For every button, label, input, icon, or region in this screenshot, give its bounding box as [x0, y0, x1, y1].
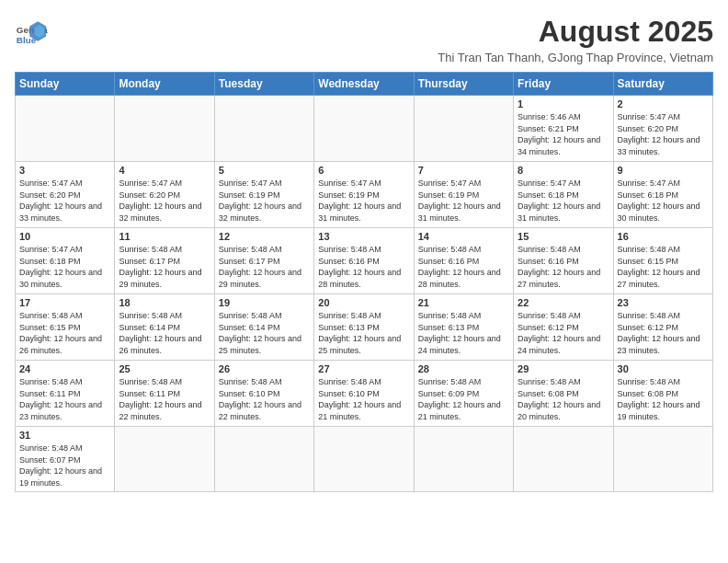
- calendar-week-row: 10Sunrise: 5:47 AMSunset: 6:18 PMDayligh…: [16, 228, 713, 294]
- day-number: 12: [219, 231, 310, 242]
- day-number: 19: [219, 297, 310, 308]
- day-number: 1: [518, 98, 609, 109]
- day-info: Sunrise: 5:48 AMSunset: 6:16 PMDaylight:…: [418, 244, 509, 290]
- calendar-day-cell: [314, 96, 414, 162]
- calendar-day-cell: 24Sunrise: 5:48 AMSunset: 6:11 PMDayligh…: [16, 361, 115, 427]
- calendar-day-cell: [314, 427, 414, 492]
- day-info: Sunrise: 5:47 AMSunset: 6:20 PMDaylight:…: [119, 178, 210, 224]
- calendar-week-row: 31Sunrise: 5:48 AMSunset: 6:07 PMDayligh…: [16, 427, 713, 492]
- day-number: 2: [618, 98, 709, 109]
- day-number: 27: [318, 363, 409, 374]
- calendar-day-cell: 20Sunrise: 5:48 AMSunset: 6:13 PMDayligh…: [314, 294, 414, 361]
- day-number: 11: [119, 231, 210, 242]
- day-info: Sunrise: 5:48 AMSunset: 6:14 PMDaylight:…: [219, 310, 310, 356]
- day-number: 18: [119, 297, 210, 308]
- day-info: Sunrise: 5:48 AMSunset: 6:07 PMDaylight:…: [19, 442, 110, 488]
- day-info: Sunrise: 5:47 AMSunset: 6:19 PMDaylight:…: [318, 178, 409, 224]
- day-info: Sunrise: 5:48 AMSunset: 6:11 PMDaylight:…: [119, 376, 210, 422]
- day-info: Sunrise: 5:47 AMSunset: 6:18 PMDaylight:…: [618, 178, 709, 224]
- day-number: 17: [19, 297, 110, 308]
- day-info: Sunrise: 5:47 AMSunset: 6:19 PMDaylight:…: [219, 178, 310, 224]
- day-of-week-header: Saturday: [613, 73, 712, 96]
- calendar-day-cell: [115, 427, 214, 492]
- day-info: Sunrise: 5:46 AMSunset: 6:21 PMDaylight:…: [518, 111, 609, 157]
- calendar-day-cell: [115, 96, 214, 162]
- calendar-day-cell: 1Sunrise: 5:46 AMSunset: 6:21 PMDaylight…: [514, 96, 613, 162]
- day-info: Sunrise: 5:47 AMSunset: 6:20 PMDaylight:…: [618, 111, 709, 157]
- day-info: Sunrise: 5:48 AMSunset: 6:08 PMDaylight:…: [518, 376, 609, 422]
- day-of-week-header: Wednesday: [314, 73, 414, 96]
- calendar-day-cell: 19Sunrise: 5:48 AMSunset: 6:14 PMDayligh…: [214, 294, 313, 361]
- day-of-week-header: Tuesday: [214, 73, 313, 96]
- day-number: 23: [618, 297, 709, 308]
- day-info: Sunrise: 5:47 AMSunset: 6:18 PMDaylight:…: [518, 178, 609, 224]
- calendar-day-cell: [414, 427, 513, 492]
- day-number: 16: [618, 231, 709, 242]
- calendar-day-cell: 4Sunrise: 5:47 AMSunset: 6:20 PMDaylight…: [115, 162, 214, 228]
- day-number: 5: [219, 165, 310, 176]
- calendar-week-row: 17Sunrise: 5:48 AMSunset: 6:15 PMDayligh…: [16, 294, 713, 361]
- calendar-day-cell: [214, 96, 313, 162]
- day-number: 15: [518, 231, 609, 242]
- day-of-week-header: Sunday: [16, 73, 115, 96]
- day-number: 29: [518, 363, 609, 374]
- day-info: Sunrise: 5:48 AMSunset: 6:13 PMDaylight:…: [418, 310, 509, 356]
- calendar-day-cell: 11Sunrise: 5:48 AMSunset: 6:17 PMDayligh…: [115, 228, 214, 294]
- day-number: 26: [219, 363, 310, 374]
- day-info: Sunrise: 5:47 AMSunset: 6:20 PMDaylight:…: [19, 178, 110, 224]
- day-number: 14: [418, 231, 509, 242]
- day-number: 21: [418, 297, 509, 308]
- calendar-day-cell: 22Sunrise: 5:48 AMSunset: 6:12 PMDayligh…: [514, 294, 613, 361]
- page-header: General Blue August 2025 Thi Tran Tan Th…: [15, 15, 713, 64]
- day-number: 31: [19, 430, 110, 441]
- day-number: 30: [618, 363, 709, 374]
- calendar-day-cell: [16, 96, 115, 162]
- calendar-day-cell: 18Sunrise: 5:48 AMSunset: 6:14 PMDayligh…: [115, 294, 214, 361]
- calendar-day-cell: 17Sunrise: 5:48 AMSunset: 6:15 PMDayligh…: [16, 294, 115, 361]
- title-area: August 2025 Thi Tran Tan Thanh, GJong Th…: [438, 15, 713, 64]
- day-number: 7: [418, 165, 509, 176]
- day-number: 3: [19, 165, 110, 176]
- day-info: Sunrise: 5:48 AMSunset: 6:13 PMDaylight:…: [318, 310, 409, 356]
- day-info: Sunrise: 5:48 AMSunset: 6:15 PMDaylight:…: [618, 244, 709, 290]
- day-info: Sunrise: 5:48 AMSunset: 6:12 PMDaylight:…: [618, 310, 709, 356]
- calendar-week-row: 3Sunrise: 5:47 AMSunset: 6:20 PMDaylight…: [16, 162, 713, 228]
- day-info: Sunrise: 5:48 AMSunset: 6:10 PMDaylight:…: [318, 376, 409, 422]
- day-of-week-header: Monday: [115, 73, 214, 96]
- calendar-day-cell: 7Sunrise: 5:47 AMSunset: 6:19 PMDaylight…: [414, 162, 513, 228]
- day-number: 24: [19, 363, 110, 374]
- day-of-week-header: Friday: [514, 73, 613, 96]
- calendar-day-cell: 2Sunrise: 5:47 AMSunset: 6:20 PMDaylight…: [613, 96, 712, 162]
- calendar-day-cell: 8Sunrise: 5:47 AMSunset: 6:18 PMDaylight…: [514, 162, 613, 228]
- day-info: Sunrise: 5:48 AMSunset: 6:08 PMDaylight:…: [618, 376, 709, 422]
- day-info: Sunrise: 5:47 AMSunset: 6:19 PMDaylight:…: [418, 178, 509, 224]
- calendar-day-cell: 5Sunrise: 5:47 AMSunset: 6:19 PMDaylight…: [214, 162, 313, 228]
- calendar-day-cell: 30Sunrise: 5:48 AMSunset: 6:08 PMDayligh…: [613, 361, 712, 427]
- calendar-day-cell: [514, 427, 613, 492]
- calendar-day-cell: [613, 427, 712, 492]
- day-info: Sunrise: 5:48 AMSunset: 6:15 PMDaylight:…: [19, 310, 110, 356]
- day-number: 6: [318, 165, 409, 176]
- logo: General Blue: [15, 15, 48, 48]
- day-number: 13: [318, 231, 409, 242]
- calendar-day-cell: 12Sunrise: 5:48 AMSunset: 6:17 PMDayligh…: [214, 228, 313, 294]
- calendar-day-cell: 15Sunrise: 5:48 AMSunset: 6:16 PMDayligh…: [514, 228, 613, 294]
- day-info: Sunrise: 5:48 AMSunset: 6:09 PMDaylight:…: [418, 376, 509, 422]
- calendar-table: SundayMondayTuesdayWednesdayThursdayFrid…: [15, 72, 713, 492]
- calendar-day-cell: 28Sunrise: 5:48 AMSunset: 6:09 PMDayligh…: [414, 361, 513, 427]
- day-number: 8: [518, 165, 609, 176]
- day-info: Sunrise: 5:48 AMSunset: 6:14 PMDaylight:…: [119, 310, 210, 356]
- calendar-day-cell: 29Sunrise: 5:48 AMSunset: 6:08 PMDayligh…: [514, 361, 613, 427]
- day-number: 10: [19, 231, 110, 242]
- month-title: August 2025: [438, 15, 713, 49]
- day-info: Sunrise: 5:48 AMSunset: 6:11 PMDaylight:…: [19, 376, 110, 422]
- day-number: 4: [119, 165, 210, 176]
- calendar-day-cell: [214, 427, 313, 492]
- day-number: 22: [518, 297, 609, 308]
- calendar-day-cell: [414, 96, 513, 162]
- calendar-day-cell: 21Sunrise: 5:48 AMSunset: 6:13 PMDayligh…: [414, 294, 513, 361]
- day-info: Sunrise: 5:48 AMSunset: 6:16 PMDaylight:…: [518, 244, 609, 290]
- day-number: 20: [318, 297, 409, 308]
- calendar-day-cell: 23Sunrise: 5:48 AMSunset: 6:12 PMDayligh…: [613, 294, 712, 361]
- calendar-header-row: SundayMondayTuesdayWednesdayThursdayFrid…: [16, 73, 713, 96]
